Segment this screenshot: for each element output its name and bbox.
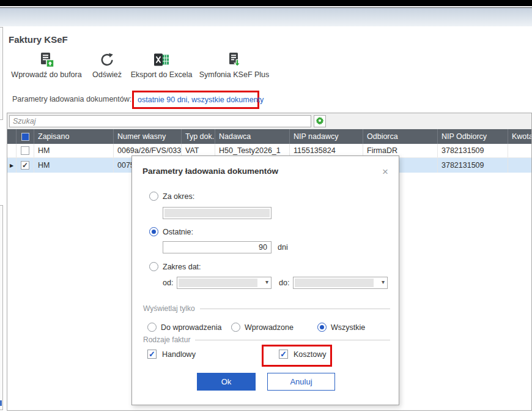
radio-do-wprowadzenia[interactable] <box>147 323 157 332</box>
cell-kwota <box>508 158 531 173</box>
cell-nip-odbiorcy: 3782131509 <box>438 144 508 157</box>
header-indicator-cell <box>7 129 17 144</box>
params-link[interactable]: ostatnie 90 dni, wszystkie dokumenty <box>134 96 264 104</box>
column-header-nip-odbiorcy[interactable]: NIP Odbiorcy <box>438 129 508 144</box>
title-bar <box>0 0 532 6</box>
divider <box>200 309 390 309</box>
buffer-upload-icon <box>39 51 54 68</box>
column-header-kwota[interactable]: Kwota <box>508 129 531 144</box>
column-header-nip-nadawcy[interactable]: NIP nadawcy <box>290 129 363 144</box>
table-header: Zapisano Numer własny Typ dok... Nadawca… <box>7 129 531 144</box>
radio-wprowadzone[interactable] <box>231 323 240 332</box>
cell-zapisano: HM <box>34 158 114 173</box>
search-input[interactable] <box>9 115 311 127</box>
radio-zakres-dat[interactable] <box>149 262 158 271</box>
do-label: do: <box>279 279 289 287</box>
radio-zakres-dat-label: Zakres dat: <box>163 263 201 271</box>
cancel-button[interactable]: Anuluj <box>267 373 335 391</box>
params-highlight-box: ostatnie 90 dni, wszystkie dokumenty <box>132 91 259 109</box>
column-header-odbiorca[interactable]: Odbiorca <box>363 129 438 144</box>
toolbar-label: Wprowadź do bufora <box>11 70 81 79</box>
excel-export-icon <box>153 51 169 68</box>
divider <box>195 340 390 340</box>
toolbar-label: Symfonia KSeF Plus <box>199 70 270 79</box>
toolbar-button-wprowadz-do-bufora[interactable]: Wprowadź do bufora <box>6 51 87 79</box>
radio-ostatnie[interactable] <box>149 227 158 236</box>
row-indicator-cell <box>7 144 17 157</box>
radio-ostatnie-label: Ostatnie: <box>163 228 193 236</box>
radio-za-okres[interactable] <box>149 192 158 201</box>
chevron-down-icon: ▾ <box>265 279 268 285</box>
header-checkbox-cell <box>17 129 34 144</box>
ok-button[interactable]: Ok <box>197 373 256 391</box>
date-from-combobox[interactable]: ▾ <box>177 277 272 289</box>
close-icon[interactable]: × <box>379 165 392 179</box>
refresh-icon <box>100 51 114 68</box>
cell-zapisano: HM <box>34 144 114 157</box>
header-gradient <box>0 8 532 26</box>
column-header-nadawca[interactable]: Nadawca <box>215 129 290 144</box>
search-row <box>7 113 531 129</box>
ksef-plus-icon <box>226 51 242 68</box>
za-okres-field <box>163 207 272 219</box>
app-window: Faktury KSeF Wprowadź do bufora <box>0 0 532 412</box>
last-days-input[interactable] <box>163 241 272 253</box>
checkbox-handlowy[interactable]: ✓ <box>147 350 157 359</box>
gear-icon <box>316 116 324 127</box>
current-row-indicator-icon: ▶ <box>10 163 13 168</box>
dialog-title: Parametry ładowania dokumentów <box>142 167 278 176</box>
toolbar-button-symfonia-ksef-plus[interactable]: Symfonia KSeF Plus <box>197 51 272 79</box>
left-splitter-top[interactable] <box>0 27 3 120</box>
select-all-checkbox[interactable] <box>21 133 29 141</box>
group-wyswietlaj-tylko: Wyświetlaj tylko <box>143 304 390 313</box>
toolbar-label: Eksport do Excela <box>131 70 193 79</box>
group-label: Rodzaje faktur <box>143 335 190 344</box>
toolbar-button-eksport-do-excela[interactable]: Eksport do Excela <box>127 51 196 79</box>
page-title: Faktury KSeF <box>9 34 68 45</box>
od-label: od: <box>163 279 173 287</box>
toolbar-label: Odśwież <box>92 70 122 79</box>
params-label: Parametry ładowania dokumentów: <box>12 95 131 103</box>
group-rodzaje-faktur: Rodzaje faktur <box>143 335 390 344</box>
dialog-parametry-ladowania: Parametry ładowania dokumentów × Za okre… <box>131 155 399 405</box>
cell-nip-odbiorcy: 3782131509 <box>438 158 508 173</box>
radio-do-wprowadzenia-label: Do wprowadzenia <box>161 323 221 332</box>
column-header-numer-wlasny[interactable]: Numer własny <box>114 129 182 144</box>
column-header-zapisano[interactable]: Zapisano <box>34 129 114 144</box>
dni-label: dni <box>278 243 288 252</box>
checkbox-handlowy-label: Handlowy <box>162 350 196 359</box>
left-splitter-bottom[interactable] <box>0 205 3 410</box>
search-settings-button[interactable] <box>314 115 326 127</box>
radio-za-okres-label: Za okres: <box>163 192 194 201</box>
chevron-down-icon: ▾ <box>382 279 385 285</box>
date-to-combobox[interactable]: ▾ <box>293 277 388 289</box>
left-panel-indicator <box>0 400 2 406</box>
radio-wprowadzone-label: Wprowadzone <box>245 323 294 332</box>
row-indicator-cell: ▶ <box>7 158 17 173</box>
row-checkbox-checked[interactable]: ✓ <box>21 161 29 170</box>
cell-kwota <box>508 144 531 157</box>
row-checkbox[interactable] <box>21 146 29 155</box>
group-label: Wyświetlaj tylko <box>143 304 195 313</box>
column-header-typ-dok[interactable]: Typ dok... <box>182 129 215 144</box>
toolbar-button-odswiez[interactable]: Odśwież <box>87 51 127 79</box>
kosztowy-highlight-box <box>262 345 332 367</box>
radio-wszystkie-label: Wszystkie <box>331 323 365 332</box>
radio-wszystkie[interactable] <box>317 323 327 332</box>
